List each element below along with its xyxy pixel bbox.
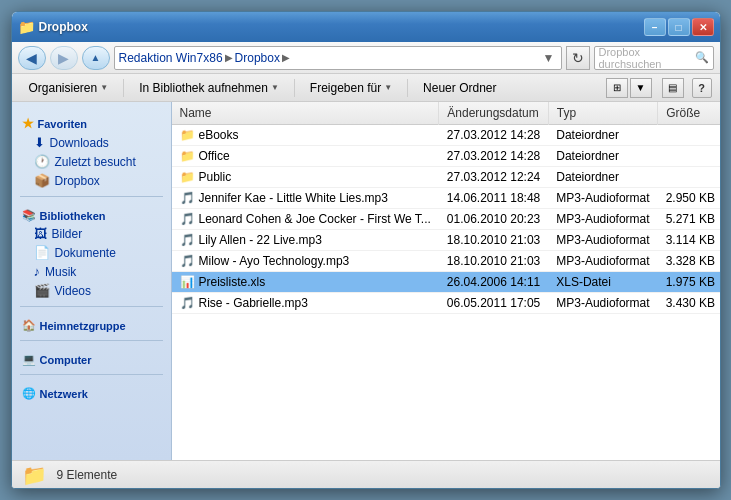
col-modified[interactable]: Änderungsdatum [439,102,548,125]
mp3-icon: 🎵 [180,191,195,205]
organize-button[interactable]: Organisieren ▼ [20,77,118,99]
organize-arrow: ▼ [100,83,108,92]
sidebar-item-downloads[interactable]: ⬇ Downloads [12,133,171,152]
content-area[interactable]: Name Änderungsdatum Typ Größe 📁 eBooks 2… [172,102,720,460]
col-name[interactable]: Name [172,102,439,125]
file-name-cell: 🎵 Leonard Cohen & Joe Cocker - First We … [172,209,439,230]
file-modified: 27.03.2012 12:24 [439,167,548,188]
file-name-cell: 📊 Preisliste.xls [172,272,439,293]
computer-header[interactable]: 💻 Computer [12,347,171,368]
file-name-cell: 🎵 Lily Allen - 22 Live.mp3 [172,230,439,251]
sidebar-item-documents[interactable]: 📄 Dokumente [12,243,171,262]
sidebar-divider-4 [20,374,163,375]
table-row[interactable]: 📁 Office 27.03.2012 14:28 Dateiordner [172,146,720,167]
table-row[interactable]: 🎵 Lily Allen - 22 Live.mp3 18.10.2010 21… [172,230,720,251]
table-row[interactable]: 📁 Public 27.03.2012 12:24 Dateiordner [172,167,720,188]
help-button[interactable]: ? [692,78,712,98]
table-row[interactable]: 🎵 Milow - Ayo Technology.mp3 18.10.2010 … [172,251,720,272]
forward-button[interactable]: ▶ [50,46,78,70]
sidebar-divider-1 [20,196,163,197]
file-name-cell: 🎵 Milow - Ayo Technology.mp3 [172,251,439,272]
address-dropdown[interactable]: ▼ [541,50,557,66]
homegroup-header[interactable]: 🏠 Heimnetzgruppe [12,313,171,334]
file-name-cell: 📁 Office [172,146,439,167]
sidebar-item-recent[interactable]: 🕐 Zuletzt besucht [12,152,171,171]
file-name: Public [199,170,232,184]
videos-icon: 🎬 [34,283,50,298]
file-type: MP3-Audioformat [548,230,657,251]
sidebar-divider-3 [20,340,163,341]
sidebar-item-dropbox[interactable]: 📦 Dropbox [12,171,171,190]
file-modified: 27.03.2012 14:28 [439,146,548,167]
downloads-icon: ⬇ [34,135,45,150]
file-name: Office [199,149,230,163]
col-type[interactable]: Typ [548,102,657,125]
sidebar-item-videos[interactable]: 🎬 Videos [12,281,171,300]
file-name-cell: 🎵 Jennifer Kae - Little White Lies.mp3 [172,188,439,209]
file-size: 3.328 KB [658,251,720,272]
file-size [658,167,720,188]
favorites-header[interactable]: ★ Favoriten [12,110,171,133]
table-row[interactable]: 📁 eBooks 27.03.2012 14:28 Dateiordner [172,125,720,146]
file-modified: 01.06.2010 20:23 [439,209,548,230]
back-button[interactable]: ◀ [18,46,46,70]
file-size [658,125,720,146]
file-type: Dateiordner [548,167,657,188]
title-bar-left: 📁 Dropbox [18,19,88,35]
share-arrow: ▼ [384,83,392,92]
sidebar-item-music[interactable]: ♪ Musik [12,262,171,281]
dropbox-icon: 📦 [34,173,50,188]
file-table: Name Änderungsdatum Typ Größe 📁 eBooks 2… [172,102,720,314]
new-folder-button[interactable]: Neuer Ordner [414,77,505,99]
separator-1 [123,79,124,97]
search-box[interactable]: Dropbox durchsuchen 🔍 [594,46,714,70]
window-controls: – □ ✕ [644,18,714,36]
xls-icon: 📊 [180,275,195,289]
table-row[interactable]: 📊 Preisliste.xls 26.04.2006 14:11 XLS-Da… [172,272,720,293]
file-size: 5.271 KB [658,209,720,230]
address-bar[interactable]: Redaktion Win7x86 ▶ Dropbox ▶ ▼ [114,46,562,70]
preview-pane-button[interactable]: ▤ [662,78,684,98]
file-name: Milow - Ayo Technology.mp3 [199,254,350,268]
star-icon: ★ [22,116,34,131]
maximize-button[interactable]: □ [668,18,690,36]
sidebar: ★ Favoriten ⬇ Downloads 🕐 Zuletzt besuch… [12,102,172,460]
library-icon: 📚 [22,209,36,222]
refresh-button[interactable]: ↻ [566,46,590,70]
table-row[interactable]: 🎵 Leonard Cohen & Joe Cocker - First We … [172,209,720,230]
homegroup-icon: 🏠 [22,319,36,332]
address-part-dropbox[interactable]: Dropbox [235,51,280,65]
file-name-cell: 📁 eBooks [172,125,439,146]
sidebar-item-pictures[interactable]: 🖼 Bilder [12,224,171,243]
table-header-row: Name Änderungsdatum Typ Größe [172,102,720,125]
file-type: MP3-Audioformat [548,293,657,314]
sidebar-divider-2 [20,306,163,307]
view-toggle-button[interactable]: ⊞ [606,78,628,98]
libraries-header[interactable]: 📚 Bibliotheken [12,203,171,224]
mp3-icon: 🎵 [180,254,195,268]
address-part-root[interactable]: Redaktion Win7x86 [119,51,223,65]
network-header[interactable]: 🌐 Netzwerk [12,381,171,402]
status-bar: 📁 9 Elemente [12,460,720,488]
explorer-window: 📁 Dropbox – □ ✕ ◀ ▶ ▲ Redaktion Win7x86 … [11,11,721,489]
music-icon: ♪ [34,264,41,279]
search-icon: 🔍 [695,51,709,64]
file-size [658,146,720,167]
col-size[interactable]: Größe [658,102,720,125]
folder-icon: 📁 [180,170,195,184]
title-bar: 📁 Dropbox – □ ✕ [12,12,720,42]
table-row[interactable]: 🎵 Jennifer Kae - Little White Lies.mp3 1… [172,188,720,209]
minimize-button[interactable]: – [644,18,666,36]
view-dropdown-button[interactable]: ▼ [630,78,652,98]
up-button[interactable]: ▲ [82,46,110,70]
mp3-icon: 🎵 [180,296,195,310]
file-name-cell: 🎵 Rise - Gabrielle.mp3 [172,293,439,314]
close-button[interactable]: ✕ [692,18,714,36]
file-size: 3.430 KB [658,293,720,314]
library-button[interactable]: In Bibliothek aufnehmen ▼ [130,77,288,99]
folder-icon: 📁 [180,149,195,163]
share-button[interactable]: Freigeben für ▼ [301,77,401,99]
table-row[interactable]: 🎵 Rise - Gabrielle.mp3 06.05.2011 17:05 … [172,293,720,314]
status-count: 9 Elemente [57,468,118,482]
file-size: 1.975 KB [658,272,720,293]
